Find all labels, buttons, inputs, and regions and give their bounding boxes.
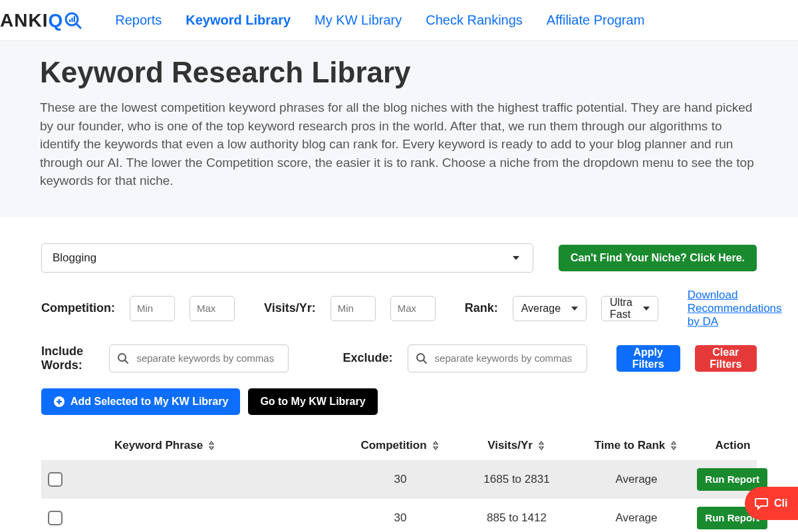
competition-max-input[interactable] <box>190 296 235 321</box>
nav-my-kw-library[interactable]: My KW Library <box>315 13 402 28</box>
plus-circle-icon <box>53 396 65 408</box>
table-row: 30 885 to 1412 Average Run Report <box>41 499 757 532</box>
search-icon <box>117 352 129 364</box>
brand-name: ANKI <box>0 10 48 31</box>
keywords-table: Keyword Phrase Competition Visits/Yr Tim… <box>41 431 757 532</box>
hero: Keyword Research Library These are the l… <box>0 41 798 217</box>
svg-rect-3 <box>72 17 73 22</box>
nav-affiliate-program[interactable]: Affiliate Program <box>547 13 644 28</box>
sort-icon <box>207 441 216 450</box>
table-row: 30 1685 to 2831 Average Run Report <box>41 460 757 499</box>
exclude-words-input[interactable] <box>408 344 587 372</box>
brand-logo: ANKIQ <box>0 10 82 31</box>
caret-down-icon <box>571 307 578 311</box>
page-description: These are the lowest competition keyword… <box>40 98 758 190</box>
caret-down-icon <box>643 307 650 311</box>
apply-filters-button[interactable]: Apply Filters <box>616 345 680 372</box>
search-icon <box>416 352 428 364</box>
svg-line-6 <box>125 360 128 363</box>
clear-filters-button[interactable]: Clear Filters <box>695 345 757 372</box>
nav-reports[interactable]: Reports <box>115 13 162 28</box>
niche-selected: Blogging <box>53 251 96 265</box>
cell-competition: 30 <box>347 473 454 486</box>
col-action: Action <box>693 439 773 452</box>
top-nav: ANKIQ Reports Keyword Library My KW Libr… <box>0 0 798 41</box>
table-header: Keyword Phrase Competition Visits/Yr Tim… <box>41 431 757 460</box>
col-time-to-rank[interactable]: Time to Rank <box>580 439 693 452</box>
sort-icon <box>431 441 440 450</box>
svg-rect-4 <box>74 16 75 22</box>
cell-competition: 30 <box>347 511 454 525</box>
sort-icon <box>537 441 546 450</box>
page-title: Keyword Research Library <box>40 56 758 89</box>
go-to-library-button[interactable]: Go to My KW Library <box>248 388 377 415</box>
visits-min-input[interactable] <box>331 296 376 321</box>
add-selected-button[interactable]: Add Selected to My KW Library <box>41 388 240 415</box>
nav-keyword-library[interactable]: Keyword Library <box>186 13 291 28</box>
chat-widget[interactable]: Cli <box>745 487 798 520</box>
brand-suffix: Q <box>48 10 82 31</box>
niche-dropdown[interactable]: Blogging <box>41 243 533 273</box>
magnify-chart-icon <box>65 12 82 29</box>
cell-visits: 885 to 1412 <box>454 511 580 525</box>
sort-icon <box>669 441 678 450</box>
row-checkbox[interactable] <box>48 511 63 525</box>
competition-label: Competition: <box>41 301 115 315</box>
visits-max-input[interactable] <box>390 296 436 321</box>
rank-label: Rank: <box>465 301 498 315</box>
svg-line-8 <box>424 360 426 363</box>
speed-dropdown[interactable]: Ultra Fast <box>601 296 658 321</box>
caret-down-icon <box>513 256 519 260</box>
chat-icon <box>754 496 769 511</box>
cell-visits: 1685 to 2831 <box>454 473 580 486</box>
col-competition[interactable]: Competition <box>347 439 454 452</box>
nav-links: Reports Keyword Library My KW Library Ch… <box>115 13 644 28</box>
svg-rect-2 <box>69 19 70 22</box>
cell-time: Average <box>580 511 693 525</box>
include-words-input[interactable] <box>109 344 289 372</box>
rank-dropdown[interactable]: Average <box>513 296 587 321</box>
cell-time: Average <box>580 473 693 486</box>
download-recommendations-link[interactable]: Download Recommendations by DA <box>688 289 782 329</box>
nav-check-rankings[interactable]: Check Rankings <box>426 13 523 28</box>
col-visits[interactable]: Visits/Yr <box>454 439 580 452</box>
include-words-label: Include Words: <box>41 344 94 372</box>
row-checkbox[interactable] <box>48 472 63 487</box>
competition-min-input[interactable] <box>130 296 175 321</box>
svg-line-1 <box>76 24 80 28</box>
exclude-label: Exclude: <box>343 351 393 365</box>
filters-panel: Blogging Can't Find Your Niche? Click He… <box>0 217 798 415</box>
cant-find-niche-button[interactable]: Can't Find Your Niche? Click Here. <box>559 245 757 271</box>
visits-label: Visits/Yr: <box>264 301 316 315</box>
col-keyword-phrase[interactable]: Keyword Phrase <box>81 439 347 452</box>
